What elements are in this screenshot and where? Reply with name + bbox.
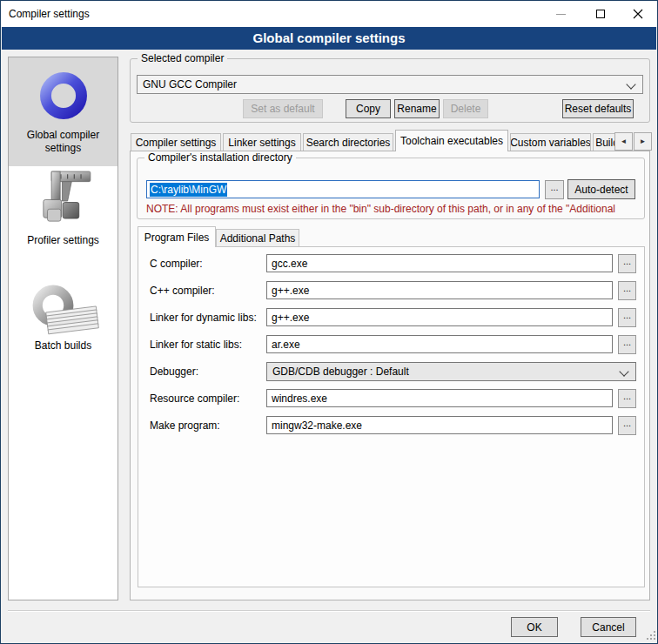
ok-button[interactable]: OK bbox=[511, 617, 558, 637]
resource-compiler-input[interactable] bbox=[266, 389, 613, 407]
cancel-label: Cancel bbox=[592, 621, 624, 634]
set-as-default-button[interactable]: Set as default bbox=[243, 99, 323, 118]
browse-button[interactable]: ... bbox=[618, 281, 636, 300]
blue-gear-icon bbox=[30, 63, 97, 129]
sidebar-item-label: Profiler settings bbox=[9, 234, 118, 247]
field-label: Make program: bbox=[150, 419, 220, 432]
tab-additional-paths[interactable]: Additional Paths bbox=[216, 229, 299, 247]
tab-scroll-left-icon: ◄ bbox=[621, 138, 628, 145]
debugger-select-value: GDB/CDB debugger : Default bbox=[272, 366, 409, 378]
group-legend: Selected compiler bbox=[138, 52, 227, 64]
sidebar-item-label: Global compiler settings bbox=[9, 129, 118, 155]
tab-label: Additional Paths bbox=[220, 232, 296, 245]
browse-button[interactable]: ... bbox=[618, 416, 636, 435]
tab-scroll-right-icon: ► bbox=[640, 138, 647, 145]
browse-button[interactable]: ... bbox=[618, 389, 636, 408]
installation-directory-group: Compiler's installation directory C:\ray… bbox=[137, 158, 645, 219]
settings-category-list: Global compiler settings Profiler settin… bbox=[8, 57, 118, 600]
installation-directory-value: C:\raylib\MinGW bbox=[150, 183, 227, 197]
linker-for-dynamic-libs-input[interactable] bbox=[266, 308, 613, 326]
minimize-dash-icon bbox=[556, 14, 566, 15]
tab-compiler-settings[interactable]: Compiler settings bbox=[131, 133, 221, 151]
tab-scroll-right-button[interactable]: ► bbox=[634, 132, 652, 151]
field-label: C++ compiler: bbox=[150, 285, 215, 297]
field-label: Resource compiler: bbox=[150, 392, 239, 405]
field-label: Linker for dynamic libs: bbox=[150, 312, 257, 324]
browse-button[interactable]: ... bbox=[618, 308, 636, 327]
toolchain-executables-page: Compiler's installation directory C:\ray… bbox=[130, 151, 650, 600]
browse-button[interactable]: ... bbox=[618, 254, 636, 273]
tab-linker-settings[interactable]: Linker settings bbox=[223, 133, 301, 151]
program-files-page: C compiler:...C++ compiler:...Linker for… bbox=[138, 246, 645, 587]
field-label: Debugger: bbox=[150, 366, 198, 378]
sidebar-item-label: Batch builds bbox=[9, 339, 118, 352]
close-button[interactable] bbox=[618, 1, 657, 27]
auto-detect-label: Auto-detect bbox=[574, 184, 628, 196]
ellipsis-icon: ... bbox=[550, 181, 558, 193]
footer-divider bbox=[8, 610, 650, 612]
reset-defaults-button[interactable]: Reset defaults bbox=[562, 99, 634, 118]
tab-label: Program Files bbox=[144, 231, 210, 244]
field-label: C compiler: bbox=[150, 258, 203, 270]
tab-toolchain-executables[interactable]: Toolchain executables bbox=[395, 130, 508, 151]
resize-grip-icon[interactable] bbox=[646, 631, 656, 641]
installation-directory-browse-button[interactable]: ... bbox=[545, 180, 564, 199]
compiler-settings-dialog: Compiler settings Global compiler settin… bbox=[0, 0, 658, 644]
settings-tabstrip: Compiler settingsLinker settingsSearch d… bbox=[131, 130, 614, 151]
gray-gear-stack-icon bbox=[24, 277, 103, 339]
make-program-input[interactable] bbox=[266, 416, 613, 434]
compiler-select-value: GNU GCC Compiler bbox=[143, 78, 237, 91]
group-legend: Compiler's installation directory bbox=[144, 151, 296, 164]
caliper-icon bbox=[31, 168, 96, 234]
tab-search-directories[interactable]: Search directories bbox=[303, 133, 393, 151]
browse-button[interactable]: ... bbox=[618, 335, 636, 354]
installation-note: NOTE: All programs must exist either in … bbox=[146, 203, 642, 215]
compiler-select[interactable]: GNU GCC Compiler bbox=[137, 75, 643, 94]
c-compiler-input[interactable] bbox=[266, 281, 613, 299]
copy-button[interactable]: Copy bbox=[346, 99, 391, 118]
maximize-button[interactable] bbox=[581, 1, 620, 27]
maximize-square-icon bbox=[596, 10, 605, 18]
tab-custom-variables[interactable]: Custom variables bbox=[510, 133, 591, 151]
auto-detect-button[interactable]: Auto-detect bbox=[567, 179, 635, 199]
linker-for-static-libs-input[interactable] bbox=[266, 335, 613, 353]
cancel-button[interactable]: Cancel bbox=[581, 617, 636, 637]
sidebar-item-global-compiler-settings[interactable]: Global compiler settings bbox=[9, 57, 118, 166]
titlebar: Compiler settings bbox=[1, 1, 657, 27]
minimize-button[interactable] bbox=[541, 1, 581, 27]
debugger-select[interactable]: GDB/CDB debugger : Default bbox=[266, 362, 636, 381]
page-title: Global compiler settings bbox=[2, 27, 656, 50]
c-compiler-input[interactable] bbox=[266, 254, 613, 272]
chevron-down-icon bbox=[626, 79, 635, 89]
tab-scroll-left-button[interactable]: ◄ bbox=[614, 132, 633, 151]
sidebar-item-profiler-settings[interactable]: Profiler settings bbox=[9, 166, 118, 253]
chevron-down-icon bbox=[619, 366, 628, 376]
window-title: Compiler settings bbox=[9, 1, 90, 27]
delete-button[interactable]: Delete bbox=[443, 99, 488, 118]
ok-label: OK bbox=[527, 621, 541, 634]
close-x-icon bbox=[633, 9, 643, 19]
rename-button[interactable]: Rename bbox=[394, 99, 440, 118]
installation-directory-input[interactable]: C:\raylib\MinGW bbox=[146, 180, 540, 198]
tab-build[interactable]: Build bbox=[593, 133, 614, 151]
sidebar-item-batch-builds[interactable]: Batch builds bbox=[9, 273, 118, 360]
tab-program-files[interactable]: Program Files bbox=[138, 226, 216, 247]
field-label: Linker for static libs: bbox=[150, 339, 242, 351]
